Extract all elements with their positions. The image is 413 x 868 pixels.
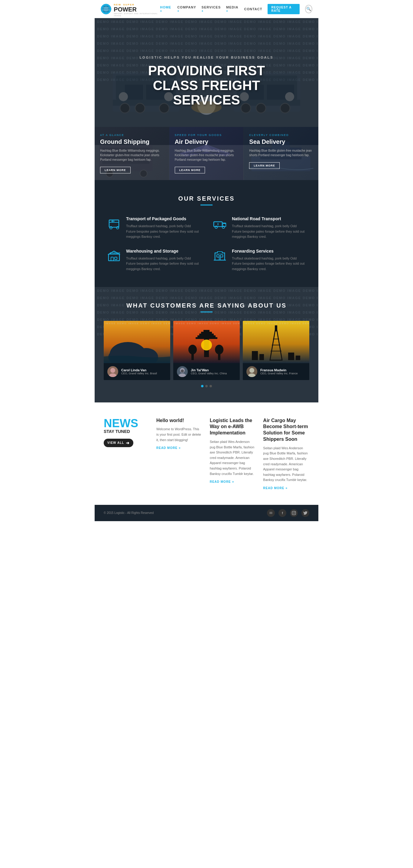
svg-rect-70 [275,326,277,332]
dot-1[interactable] [201,385,204,387]
testimonial-info-0: Carol Linda Van CEO, Grand Valley Inc. B… [121,368,157,375]
our-services-title: OUR SERVICES [107,195,306,202]
svg-point-59 [188,345,197,354]
services-grid: Transport of Packaged Goods Truffaut ska… [107,216,306,272]
dot-3[interactable] [209,385,212,387]
service-item-road: National Road Transport Truffaut skatebo… [212,216,306,240]
news-item-0: Hello world! Welcome to WordPress. This … [156,417,203,490]
news-desc-0: Welcome to WordPress. This is your first… [156,427,203,443]
ground-title: Ground Shipping [100,138,164,145]
testimonial-avatar-1 [177,366,188,377]
news-label: NEWS STAY TUNED VIEW ALL ➜ [104,417,149,490]
svg-point-79 [295,512,295,513]
svg-point-63 [179,373,186,377]
testimonial-person-0: Carol Linda Van CEO, Grand Valley Inc. B… [104,363,170,380]
news-desc-2: Seitan plaid Wes Anderson pug Blue Bottl… [263,446,309,483]
road-title: National Road Transport [232,216,306,221]
nav-contact[interactable]: CONTACT [244,7,262,11]
testimonial-img-2: IMAGE DEMO IMAGE DEMO IMAGE DEMO [243,321,309,363]
sea-learn-btn[interactable]: LEARN MORE [249,162,280,169]
read-more-0[interactable]: READ MORE » [156,446,181,450]
nav-home[interactable]: HOME + [160,5,172,13]
svg-rect-51 [204,330,209,332]
testimonial-watermark-0: IMAGE DEMO IMAGE DEMO IMAGE DEMO [105,322,170,325]
hero-title: PROVIDING FIRST CLASS FREIGHT SERVICES [139,63,273,107]
air-tag: SPEED FOR YOUR GOODS [175,133,238,136]
road-desc: Truffaut skateboard hashtag, pork belly … [232,224,306,240]
svg-point-20 [285,92,294,101]
stay-tuned-label: STAY TUNED [104,429,149,434]
dot-2[interactable] [205,385,208,387]
search-button[interactable]: 🔍 [305,5,312,13]
svg-point-57 [201,340,212,350]
footer-instagram-icon[interactable] [290,509,298,517]
testimonial-avatar-2 [246,366,257,377]
sea-tag: CLEVERLY COMBINED [249,133,313,136]
air-title: Air Delivery [175,138,238,145]
read-more-arrow-0: » [179,446,181,450]
news-section: NEWS STAY TUNED VIEW ALL ➜ Hello world! … [95,402,318,505]
person-role-0: CEO, Grand Valley Inc. Brasil [121,372,157,375]
testimonial-watermark-2: IMAGE DEMO IMAGE DEMO IMAGE DEMO [244,322,309,325]
warehouse-desc: Truffaut skateboard hashtag, pork belly … [126,256,201,272]
read-more-arrow-2: » [286,487,288,490]
svg-rect-39 [111,257,113,261]
service-card-ground-inner: AT A GLANCE Ground Shipping Hashtag Blue… [100,133,164,174]
service-card-ground: AT A GLANCE Ground Shipping Hashtag Blue… [95,127,169,180]
logo-tagline: IMPORT, EXPORT AND INTERNATIONAL TRADE [114,13,160,17]
read-more-2[interactable]: READ MORE » [263,487,288,490]
svg-rect-43 [220,255,223,257]
nav-request-rate[interactable]: REQUEST A RATE [268,4,300,14]
svg-rect-54 [198,335,215,337]
footer-social-icons: ✉ f [267,509,309,517]
testimonial-person-2: Fransua Madwin CEO, Grand Valley Inc. Fr… [243,363,309,380]
nav-company[interactable]: COMPANY + [177,5,196,13]
svg-point-76 [248,373,256,377]
road-text: National Road Transport Truffaut skatebo… [232,216,306,240]
ground-tag: AT A GLANCE [100,133,164,136]
hero-content: LOGISTIC HELPS YOU REALISE YOUR BUSINESS… [139,56,273,107]
news-title-2: Air Cargo May Become Short-term Solution… [263,417,309,443]
svg-text:STORAGE: STORAGE [110,252,120,254]
svg-point-23 [280,103,290,113]
svg-rect-42 [217,255,219,257]
view-all-arrow: ➜ [126,440,130,445]
service-card-air: SPEED FOR YOUR GOODS Air Delivery Hashta… [169,127,244,180]
service-card-sea-inner: CLEVERLY COMBINED Sea Delivery Hashtag B… [249,133,313,169]
service-item-warehouse: STORAGE Warehousing and Storage Truffaut… [107,249,201,272]
packaged-icon [107,216,121,231]
footer-email-icon[interactable]: ✉ [267,509,275,517]
air-desc: Hashtag Blue Bottle Williamsburg megging… [175,148,238,162]
ground-learn-btn[interactable]: LEARN MORE [100,167,130,174]
testimonial-img-1: IMAGE DEMO IMAGE DEMO IMAGE DEMO [173,321,240,363]
nav-media[interactable]: MEDIA + [226,5,239,13]
packaged-desc: Truffaut skateboard hashtag, pork belly … [126,224,201,240]
sea-desc: Hashtag Blue Bottle gluten-free mustache… [249,148,313,157]
read-more-1[interactable]: READ MORE » [210,480,234,484]
nav-services[interactable]: SERVICES + [202,5,221,13]
air-learn-btn[interactable]: LEARN MORE [175,167,205,174]
footer-twitter-icon[interactable] [301,509,309,517]
hero-section: DEMO IMAGE DEMO IMAGE DEMO IMAGE DEMO IM… [95,18,318,145]
svg-rect-73 [288,352,294,360]
forwarding-text: Forwarding Services Truffaut skateboard … [232,249,306,272]
news-title-1: Logistic Leads the Way on e-AWB Implemen… [210,417,256,436]
news-big-label: NEWS [104,417,149,429]
svg-rect-53 [199,334,214,335]
footer-facebook-icon[interactable]: f [278,509,286,517]
logo[interactable]: NEW SUPER POWER IMPORT, EXPORT AND INTER… [101,1,160,17]
view-all-button[interactable]: VIEW ALL ➜ [104,439,133,447]
testimonial-person-1: Jin Tai'Wan CEO, Grand Valley Inc. China [173,363,240,380]
packaged-title: Transport of Packaged Goods [126,216,201,221]
packaged-text: Transport of Packaged Goods Truffaut ska… [126,216,201,240]
warehouse-title: Warehousing and Storage [126,249,201,253]
service-card-air-inner: SPEED FOR YOUR GOODS Air Delivery Hashta… [175,133,238,174]
testimonial-avatar-0 [107,366,118,377]
main-nav: HOME + COMPANY + SERVICES + MEDIA + CONT… [160,4,312,14]
service-cards: AT A GLANCE Ground Shipping Hashtag Blue… [95,127,318,180]
testimonial-img-0: IMAGE DEMO IMAGE DEMO IMAGE DEMO [104,321,170,363]
service-item-forwarding: Forwarding Services Truffaut skateboard … [212,249,306,272]
news-item-2: Air Cargo May Become Short-term Solution… [263,417,309,490]
logo-power: POWER [114,6,160,12]
testimonial-card-2: IMAGE DEMO IMAGE DEMO IMAGE DEMO Fransua… [243,321,309,380]
